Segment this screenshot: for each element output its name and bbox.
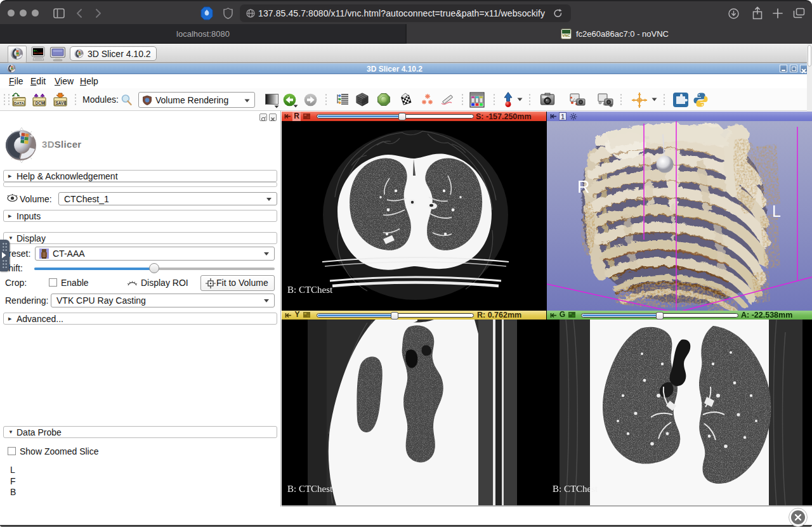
svg-text:R: R bbox=[577, 178, 590, 197]
svg-text:L: L bbox=[772, 202, 781, 220]
svg-text:DATA: DATA bbox=[14, 101, 24, 105]
svg-text:B: CTChest: B: CTChest bbox=[287, 285, 333, 295]
svg-text:DCM: DCM bbox=[36, 101, 45, 105]
svg-text:ROXTERM: ROXTERM bbox=[34, 52, 43, 55]
svg-text:B: CTChest: B: CTChest bbox=[553, 484, 598, 494]
svg-text:SAVE: SAVE bbox=[56, 101, 67, 105]
svg-text:B: CTChest: B: CTChest bbox=[287, 484, 333, 494]
